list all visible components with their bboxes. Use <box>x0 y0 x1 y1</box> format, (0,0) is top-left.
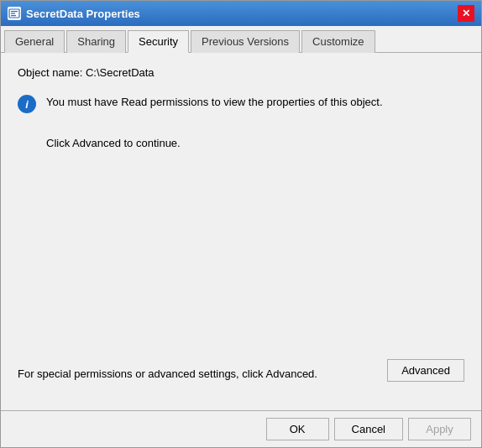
tab-customize[interactable]: Customize <box>301 30 375 53</box>
ok-button[interactable]: OK <box>266 418 329 440</box>
advanced-row: For special permissions or advanced sett… <box>18 359 464 382</box>
window-title: SecretData Properties <box>26 8 140 20</box>
title-bar: SecretData Properties ✕ <box>1 1 481 26</box>
button-bar: OK Cancel Apply <box>1 411 481 447</box>
info-icon: i <box>18 95 36 113</box>
main-content: Object name: C:\SecretData i You must ha… <box>1 53 481 404</box>
object-name-label: Object name: <box>18 66 82 79</box>
advanced-description: For special permissions or advanced sett… <box>18 366 317 383</box>
spacer <box>18 149 464 359</box>
advanced-button[interactable]: Advanced <box>387 359 464 382</box>
object-name-row: Object name: C:\SecretData <box>18 66 464 79</box>
tab-previous-versions[interactable]: Previous Versions <box>191 30 300 53</box>
tab-sharing[interactable]: Sharing <box>66 30 126 53</box>
tab-security[interactable]: Security <box>128 30 189 53</box>
window-icon <box>8 7 21 20</box>
click-advanced-text: Click Advanced to continue. <box>46 137 464 149</box>
svg-rect-3 <box>11 15 16 16</box>
tab-general[interactable]: General <box>4 30 65 53</box>
info-message: You must have Read permissions to view t… <box>46 94 383 111</box>
title-bar-left: SecretData Properties <box>8 7 140 20</box>
svg-rect-1 <box>11 11 18 12</box>
tab-bar: General Sharing Security Previous Versio… <box>1 26 481 53</box>
properties-dialog: SecretData Properties ✕ General Sharing … <box>0 0 482 448</box>
object-name-value: C:\SecretData <box>86 66 155 79</box>
svg-rect-2 <box>11 13 15 14</box>
close-button[interactable]: ✕ <box>458 5 474 22</box>
info-box: i You must have Read permissions to view… <box>18 94 464 113</box>
apply-button[interactable]: Apply <box>408 418 471 440</box>
cancel-button[interactable]: Cancel <box>334 418 403 440</box>
